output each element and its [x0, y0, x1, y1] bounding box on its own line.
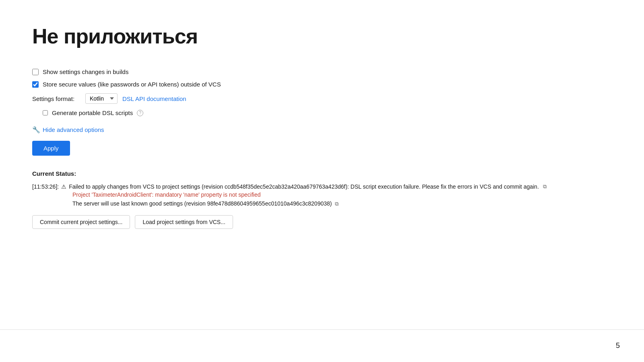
current-status-title: Current Status: — [32, 170, 572, 177]
page-number: 5 — [616, 341, 620, 350]
wrench-icon: 🔧 — [32, 126, 40, 134]
generate-dsl-help-icon[interactable]: ? — [137, 110, 143, 116]
hide-advanced-options-link[interactable]: Hide advanced options — [43, 126, 104, 133]
show-changes-row: Show settings changes in builds — [32, 68, 572, 75]
warning-icon: ⚠ — [61, 183, 66, 190]
settings-format-select[interactable]: Kotlin XML — [85, 93, 118, 104]
good-settings-text: The server will use last known good sett… — [72, 200, 572, 207]
generate-dsl-label: Generate portable DSL scripts — [52, 109, 133, 116]
page-title: Не приложиться — [32, 24, 572, 48]
dsl-api-documentation-link[interactable]: DSL API documentation — [122, 95, 186, 102]
commit-current-settings-button[interactable]: Commit current project settings... — [32, 215, 130, 229]
store-secure-row: Store secure values (like passwords or A… — [32, 81, 572, 88]
hide-advanced-row: 🔧 Hide advanced options — [32, 126, 572, 134]
store-secure-label: Store secure values (like passwords or A… — [43, 81, 221, 88]
show-changes-checkbox[interactable] — [32, 69, 39, 75]
status-timestamp: [11:53:26]: — [32, 183, 59, 190]
page-container: Не приложиться Show settings changes in … — [0, 0, 604, 255]
status-first-line: [11:53:26]: ⚠ Failed to apply changes fr… — [32, 183, 572, 190]
generate-dsl-row: Generate portable DSL scripts ? — [43, 109, 572, 116]
store-secure-checkbox[interactable] — [32, 81, 39, 88]
good-settings-text-content: The server will use last known good sett… — [72, 200, 332, 207]
settings-format-row: Settings format: Kotlin XML DSL API docu… — [32, 93, 572, 104]
status-message-text: Failed to apply changes from VCS to proj… — [69, 183, 539, 190]
settings-section: Show settings changes in builds Store se… — [32, 68, 572, 116]
bottom-divider — [0, 329, 644, 330]
current-status-section: Current Status: [11:53:26]: ⚠ Failed to … — [32, 170, 572, 229]
load-from-vcs-button[interactable]: Load project settings from VCS... — [135, 215, 233, 229]
status-message-block: [11:53:26]: ⚠ Failed to apply changes fr… — [32, 183, 572, 207]
apply-button[interactable]: Apply — [32, 141, 70, 156]
settings-format-label: Settings format: — [32, 95, 80, 102]
copy-icon-message[interactable]: ⧉ — [543, 183, 547, 190]
show-changes-label: Show settings changes in builds — [43, 68, 128, 75]
status-buttons-row: Commit current project settings... Load … — [32, 215, 572, 229]
copy-icon-revision[interactable]: ⧉ — [335, 201, 339, 207]
error-text: Project 'TaximeterAndroidClient': mandat… — [72, 191, 572, 198]
generate-dsl-checkbox[interactable] — [43, 110, 48, 115]
